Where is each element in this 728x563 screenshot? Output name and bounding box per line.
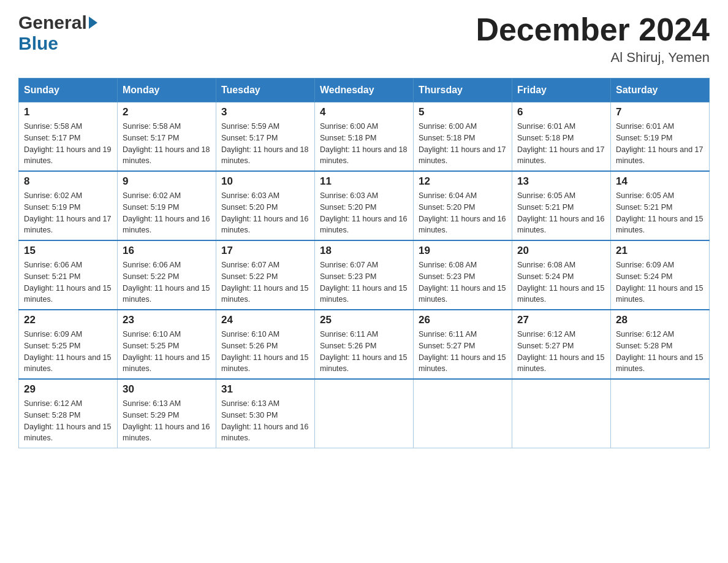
day-number: 17 [221, 245, 309, 257]
day-info: Sunrise: 6:13 AM Sunset: 5:29 PM Dayligh… [123, 398, 211, 444]
day-info: Sunrise: 5:59 AM Sunset: 5:17 PM Dayligh… [221, 121, 309, 167]
day-number: 8 [24, 175, 112, 188]
location: Al Shiruj, Yemen [476, 50, 710, 66]
day-number: 6 [517, 106, 605, 118]
table-row: 26 Sunrise: 6:11 AM Sunset: 5:27 PM Dayl… [414, 310, 512, 379]
day-info: Sunrise: 6:12 AM Sunset: 5:28 PM Dayligh… [24, 398, 112, 444]
page-header: General Blue December 2024 Al Shiruj, Ye… [18, 12, 710, 66]
day-number: 28 [616, 314, 704, 326]
day-info: Sunrise: 6:10 AM Sunset: 5:26 PM Dayligh… [221, 329, 309, 375]
table-row: 12 Sunrise: 6:04 AM Sunset: 5:20 PM Dayl… [414, 171, 512, 240]
day-info: Sunrise: 6:00 AM Sunset: 5:18 PM Dayligh… [419, 121, 507, 167]
day-number: 14 [616, 175, 704, 188]
table-row: 4 Sunrise: 6:00 AM Sunset: 5:18 PM Dayli… [315, 102, 414, 172]
day-info: Sunrise: 6:03 AM Sunset: 5:20 PM Dayligh… [320, 190, 408, 236]
day-number: 27 [517, 314, 605, 326]
col-monday: Monday [118, 79, 216, 102]
day-number: 16 [123, 245, 211, 257]
day-number: 5 [419, 106, 507, 118]
table-row: 23 Sunrise: 6:10 AM Sunset: 5:25 PM Dayl… [118, 310, 216, 379]
day-number: 2 [123, 106, 211, 118]
day-number: 30 [123, 383, 211, 396]
table-row: 16 Sunrise: 6:06 AM Sunset: 5:22 PM Dayl… [118, 240, 216, 310]
table-row: 25 Sunrise: 6:11 AM Sunset: 5:26 PM Dayl… [315, 310, 414, 379]
table-row [611, 379, 710, 448]
day-number: 20 [517, 245, 605, 257]
day-number: 25 [320, 314, 408, 326]
day-info: Sunrise: 6:04 AM Sunset: 5:20 PM Dayligh… [419, 190, 507, 236]
col-sunday: Sunday [19, 79, 118, 102]
calendar-week-row: 8 Sunrise: 6:02 AM Sunset: 5:19 PM Dayli… [19, 171, 710, 240]
table-row: 2 Sunrise: 5:58 AM Sunset: 5:17 PM Dayli… [118, 102, 216, 172]
day-number: 29 [24, 383, 112, 396]
table-row: 1 Sunrise: 5:58 AM Sunset: 5:17 PM Dayli… [19, 102, 118, 172]
col-wednesday: Wednesday [315, 79, 414, 102]
table-row [315, 379, 414, 448]
table-row: 21 Sunrise: 6:09 AM Sunset: 5:24 PM Dayl… [611, 240, 710, 310]
logo-general-text: General [18, 12, 87, 33]
day-info: Sunrise: 6:11 AM Sunset: 5:26 PM Dayligh… [320, 329, 408, 375]
title-section: December 2024 Al Shiruj, Yemen [476, 12, 710, 66]
day-number: 12 [419, 175, 507, 188]
day-info: Sunrise: 6:12 AM Sunset: 5:27 PM Dayligh… [517, 329, 605, 375]
day-info: Sunrise: 6:13 AM Sunset: 5:30 PM Dayligh… [221, 398, 309, 444]
table-row: 30 Sunrise: 6:13 AM Sunset: 5:29 PM Dayl… [118, 379, 216, 448]
day-info: Sunrise: 6:08 AM Sunset: 5:24 PM Dayligh… [517, 259, 605, 305]
logo-arrow-icon [89, 17, 97, 29]
table-row: 3 Sunrise: 5:59 AM Sunset: 5:17 PM Dayli… [216, 102, 315, 172]
day-info: Sunrise: 6:07 AM Sunset: 5:23 PM Dayligh… [320, 259, 408, 305]
calendar-week-row: 15 Sunrise: 6:06 AM Sunset: 5:21 PM Dayl… [19, 240, 710, 310]
day-number: 7 [616, 106, 704, 118]
col-saturday: Saturday [611, 79, 710, 102]
table-row: 13 Sunrise: 6:05 AM Sunset: 5:21 PM Dayl… [512, 171, 611, 240]
calendar-week-row: 29 Sunrise: 6:12 AM Sunset: 5:28 PM Dayl… [19, 379, 710, 448]
logo-blue-text: Blue [18, 33, 58, 54]
calendar-week-row: 1 Sunrise: 5:58 AM Sunset: 5:17 PM Dayli… [19, 102, 710, 172]
table-row: 29 Sunrise: 6:12 AM Sunset: 5:28 PM Dayl… [19, 379, 118, 448]
day-number: 22 [24, 314, 112, 326]
table-row: 27 Sunrise: 6:12 AM Sunset: 5:27 PM Dayl… [512, 310, 611, 379]
col-tuesday: Tuesday [216, 79, 315, 102]
month-title: December 2024 [476, 12, 710, 47]
table-row: 10 Sunrise: 6:03 AM Sunset: 5:20 PM Dayl… [216, 171, 315, 240]
day-info: Sunrise: 6:02 AM Sunset: 5:19 PM Dayligh… [123, 190, 211, 236]
day-number: 24 [221, 314, 309, 326]
day-number: 31 [221, 383, 309, 396]
table-row: 19 Sunrise: 6:08 AM Sunset: 5:23 PM Dayl… [414, 240, 512, 310]
table-row: 7 Sunrise: 6:01 AM Sunset: 5:19 PM Dayli… [611, 102, 710, 172]
day-info: Sunrise: 6:03 AM Sunset: 5:20 PM Dayligh… [221, 190, 309, 236]
table-row: 31 Sunrise: 6:13 AM Sunset: 5:30 PM Dayl… [216, 379, 315, 448]
table-row: 17 Sunrise: 6:07 AM Sunset: 5:22 PM Dayl… [216, 240, 315, 310]
day-info: Sunrise: 6:01 AM Sunset: 5:19 PM Dayligh… [616, 121, 704, 167]
day-info: Sunrise: 6:08 AM Sunset: 5:23 PM Dayligh… [419, 259, 507, 305]
day-info: Sunrise: 6:02 AM Sunset: 5:19 PM Dayligh… [24, 190, 112, 236]
col-thursday: Thursday [414, 79, 512, 102]
day-info: Sunrise: 6:11 AM Sunset: 5:27 PM Dayligh… [419, 329, 507, 375]
day-number: 21 [616, 245, 704, 257]
calendar-header-row: Sunday Monday Tuesday Wednesday Thursday… [19, 79, 710, 102]
day-number: 23 [123, 314, 211, 326]
logo: General Blue [18, 12, 97, 54]
col-friday: Friday [512, 79, 611, 102]
day-info: Sunrise: 6:12 AM Sunset: 5:28 PM Dayligh… [616, 329, 704, 375]
day-info: Sunrise: 6:05 AM Sunset: 5:21 PM Dayligh… [616, 190, 704, 236]
table-row: 14 Sunrise: 6:05 AM Sunset: 5:21 PM Dayl… [611, 171, 710, 240]
day-number: 1 [24, 106, 112, 118]
day-number: 15 [24, 245, 112, 257]
table-row [512, 379, 611, 448]
table-row: 8 Sunrise: 6:02 AM Sunset: 5:19 PM Dayli… [19, 171, 118, 240]
calendar-week-row: 22 Sunrise: 6:09 AM Sunset: 5:25 PM Dayl… [19, 310, 710, 379]
day-number: 11 [320, 175, 408, 188]
table-row: 28 Sunrise: 6:12 AM Sunset: 5:28 PM Dayl… [611, 310, 710, 379]
table-row: 18 Sunrise: 6:07 AM Sunset: 5:23 PM Dayl… [315, 240, 414, 310]
table-row: 20 Sunrise: 6:08 AM Sunset: 5:24 PM Dayl… [512, 240, 611, 310]
day-info: Sunrise: 6:05 AM Sunset: 5:21 PM Dayligh… [517, 190, 605, 236]
table-row: 15 Sunrise: 6:06 AM Sunset: 5:21 PM Dayl… [19, 240, 118, 310]
day-info: Sunrise: 6:06 AM Sunset: 5:22 PM Dayligh… [123, 259, 211, 305]
table-row: 9 Sunrise: 6:02 AM Sunset: 5:19 PM Dayli… [118, 171, 216, 240]
day-number: 18 [320, 245, 408, 257]
day-number: 26 [419, 314, 507, 326]
day-info: Sunrise: 6:09 AM Sunset: 5:25 PM Dayligh… [24, 329, 112, 375]
day-info: Sunrise: 6:09 AM Sunset: 5:24 PM Dayligh… [616, 259, 704, 305]
day-info: Sunrise: 6:10 AM Sunset: 5:25 PM Dayligh… [123, 329, 211, 375]
